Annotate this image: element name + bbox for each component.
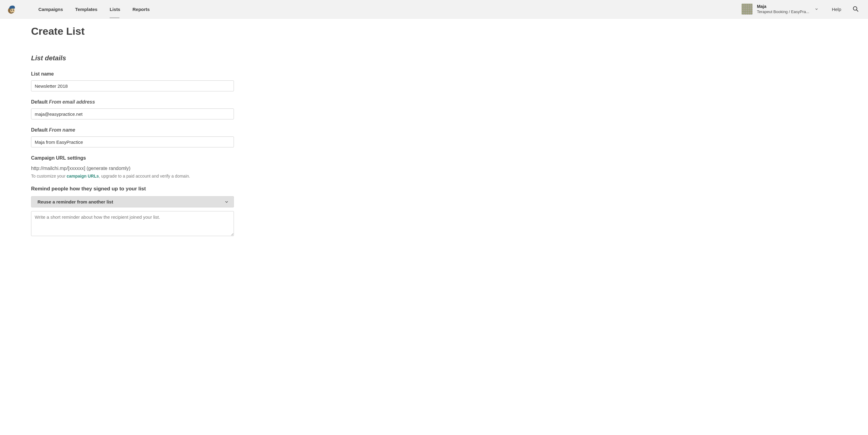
field-campaign-url: Campaign URL settings http://mailchi.mp/… [31, 155, 234, 179]
input-list-name[interactable] [31, 81, 234, 91]
campaign-url-help-pre: To customize your [31, 174, 67, 179]
top-bar: Campaigns Templates Lists Reports Maja T… [0, 0, 868, 19]
chevron-down-icon [224, 200, 229, 204]
campaign-url-pattern: http://mailchi.mp/[xxxxxx] (generate ran… [31, 166, 234, 171]
search-icon [852, 5, 859, 12]
nav-campaigns[interactable]: Campaigns [32, 1, 69, 18]
user-menu[interactable]: Maja Terapeut Booking / EasyPra... [742, 4, 823, 14]
reminder-reuse-select[interactable]: Reuse a reminder from another list [31, 196, 234, 208]
reminder-reuse-select-label: Reuse a reminder from another list [37, 199, 113, 205]
avatar [742, 4, 752, 14]
help-link[interactable]: Help [823, 7, 850, 12]
campaign-urls-link[interactable]: campaign URLs [67, 174, 99, 179]
main-nav: Campaigns Templates Lists Reports [32, 1, 156, 18]
field-from-name: Default From name [31, 127, 234, 148]
svg-point-3 [13, 10, 14, 11]
field-reminder: Remind people how they signed up to your… [31, 186, 234, 237]
section-list-details: List details [31, 54, 269, 62]
label-reminder: Remind people how they signed up to your… [31, 186, 234, 192]
chevron-down-icon [815, 7, 818, 11]
mailchimp-logo-icon [7, 4, 17, 14]
label-campaign-url: Campaign URL settings [31, 155, 234, 161]
input-from-email[interactable] [31, 108, 234, 119]
label-from-email: Default From email address [31, 99, 234, 105]
user-org: Terapeut Booking / EasyPra... [757, 9, 809, 14]
nav-templates[interactable]: Templates [69, 1, 103, 18]
field-from-email: Default From email address [31, 99, 234, 119]
nav-lists[interactable]: Lists [103, 1, 126, 18]
nav-reports[interactable]: Reports [126, 1, 156, 18]
user-name: Maja [757, 4, 809, 9]
label-list-name: List name [31, 71, 234, 77]
page-title: Create List [31, 25, 269, 37]
campaign-url-help: To customize your campaign URLs, upgrade… [31, 174, 234, 179]
search-button[interactable] [850, 5, 861, 13]
main-content: Create List List details List name Defau… [31, 19, 269, 237]
label-from-name: Default From name [31, 127, 234, 133]
label-from-email-italic: From email address [49, 99, 95, 104]
label-from-name-prefix: Default [31, 127, 49, 132]
field-list-name: List name [31, 71, 234, 91]
label-from-email-prefix: Default [31, 99, 49, 104]
logo[interactable] [7, 4, 17, 14]
svg-point-2 [11, 10, 12, 11]
svg-line-5 [857, 10, 858, 11]
label-from-name-italic: From name [49, 127, 75, 132]
reminder-textarea[interactable] [31, 211, 234, 236]
campaign-url-help-post: , upgrade to a paid account and verify a… [99, 174, 190, 179]
input-from-name[interactable] [31, 136, 234, 148]
